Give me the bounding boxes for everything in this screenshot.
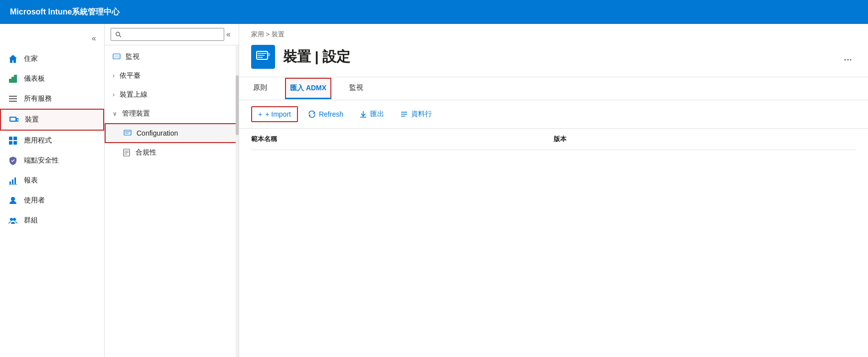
refresh-button[interactable]: Refresh: [302, 107, 349, 121]
toolbar: + + Import Refresh 匯出 資料行: [239, 100, 868, 129]
import-plus-icon: +: [258, 110, 262, 118]
topbar-title: Microsoft Intune系統管理中心: [10, 7, 120, 17]
tab-policy[interactable]: 原則: [251, 77, 269, 100]
sidebar-item-groups[interactable]: 群組: [0, 210, 104, 230]
tab-monitor[interactable]: 監視: [347, 77, 365, 100]
sidebar-item-devices[interactable]: 裝置: [0, 109, 104, 131]
table-area: 範本名稱 版本: [239, 129, 868, 357]
svg-rect-2: [14, 75, 17, 83]
sidebar-item-users[interactable]: 使用者: [0, 190, 104, 210]
sidebar-item-all-services[interactable]: 所有服務: [0, 89, 104, 109]
middle-nav-manage-label: 管理裝置: [122, 109, 150, 118]
dashboard-icon: [8, 74, 18, 84]
page-title-group: 裝置 | 設定: [251, 45, 350, 69]
search-box[interactable]: [111, 28, 224, 41]
svg-point-18: [11, 197, 15, 201]
svg-rect-24: [114, 55, 119, 58]
content-area: 家用 > 裝置 裝置 | 設定 ... 原則 匯入 ADMX 監視: [239, 24, 868, 357]
middle-nav-configuration[interactable]: Configuration: [105, 123, 239, 143]
sidebar-item-home[interactable]: 住家: [0, 49, 104, 69]
sidebar-label-endpoint: 端點安全性: [24, 156, 59, 165]
collapse-button[interactable]: «: [90, 32, 98, 45]
apps-icon: [8, 136, 18, 146]
refresh-icon: [308, 110, 316, 118]
sidebar-collapse[interactable]: «: [0, 28, 104, 49]
devices-icon: [9, 115, 19, 125]
search-icon: [115, 31, 122, 38]
svg-rect-3: [9, 96, 17, 97]
middle-nav-monitor[interactable]: 監視: [105, 47, 239, 66]
middle-panel: « 監視 › 依平臺 › 裝置上線 ∨ 管理裝置: [105, 24, 239, 357]
search-input[interactable]: [125, 30, 220, 38]
chevron-right-icon: ›: [113, 72, 115, 79]
middle-collapse-button[interactable]: «: [224, 28, 233, 41]
sidebar-label-devices: 裝置: [25, 115, 39, 124]
svg-rect-25: [124, 130, 131, 135]
sidebar-label-all-services: 所有服務: [24, 94, 52, 103]
scrollbar-thumb[interactable]: [236, 75, 239, 135]
sidebar-item-endpoint[interactable]: 端點安全性: [0, 151, 104, 171]
svg-rect-7: [10, 118, 15, 121]
svg-rect-11: [13, 137, 17, 140]
sidebar-item-apps[interactable]: 應用程式: [0, 131, 104, 151]
page-header: 裝置 | 設定 ...: [239, 41, 868, 77]
tab-monitor-label: 監視: [349, 83, 363, 91]
svg-point-19: [10, 218, 13, 221]
main-layout: « 住家 儀表板 所有服務 裝置: [0, 24, 868, 357]
col-header-version: 版本: [554, 135, 856, 144]
sidebar-label-reports: 報表: [24, 176, 38, 185]
breadcrumb: 家用 > 裝置: [239, 24, 868, 41]
columns-label: 資料行: [411, 110, 432, 119]
compliance-icon: [123, 149, 131, 157]
svg-rect-15: [12, 179, 13, 184]
sidebar-item-dashboard[interactable]: 儀表板: [0, 69, 104, 89]
page-title: 裝置 | 設定: [283, 47, 350, 66]
columns-icon: [400, 110, 408, 118]
sidebar-label-dashboard: 儀表板: [24, 74, 45, 83]
sidebar-label-home: 住家: [24, 54, 38, 63]
svg-rect-12: [9, 141, 12, 145]
import-button[interactable]: + + Import: [251, 106, 298, 122]
table-header: 範本名稱 版本: [251, 129, 856, 150]
endpoint-icon: [8, 156, 18, 166]
import-label: + Import: [265, 110, 291, 118]
configuration-icon: [124, 129, 132, 137]
svg-rect-4: [9, 98, 17, 99]
tab-import-admx-label: 匯入 ADMX: [290, 84, 326, 92]
tab-import-admx[interactable]: 匯入 ADMX: [285, 78, 331, 99]
sidebar-item-reports[interactable]: 報表: [0, 171, 104, 190]
svg-point-21: [116, 32, 120, 35]
middle-nav-platform[interactable]: › 依平臺: [105, 66, 239, 85]
columns-button[interactable]: 資料行: [394, 107, 438, 122]
users-icon: [8, 195, 18, 205]
middle-panel-header: «: [105, 24, 239, 45]
export-button[interactable]: 匯出: [353, 107, 390, 122]
topbar: Microsoft Intune系統管理中心: [0, 0, 868, 24]
svg-rect-16: [14, 178, 16, 184]
svg-rect-36: [268, 53, 270, 56]
sidebar-label-apps: 應用程式: [24, 136, 52, 145]
tabs-bar: 原則 匯入 ADMX 監視: [239, 77, 868, 100]
more-options-button[interactable]: ...: [840, 49, 856, 65]
middle-nav-onboard-label: 裝置上線: [120, 90, 147, 99]
middle-nav-compliance-label: 合規性: [136, 148, 156, 157]
svg-rect-9: [17, 119, 18, 121]
chevron-down-icon: ∨: [113, 110, 117, 117]
all-services-icon: [8, 94, 18, 104]
export-label: 匯出: [370, 110, 384, 119]
monitor-nav-icon: [113, 53, 121, 61]
refresh-label: Refresh: [319, 110, 343, 118]
export-icon: [359, 110, 367, 118]
page-title-icon: [251, 45, 275, 69]
scrollbar-track: [236, 45, 239, 357]
reports-icon: [8, 176, 18, 185]
groups-icon: [8, 215, 18, 225]
sidebar-label-users: 使用者: [24, 196, 45, 205]
svg-rect-13: [13, 141, 17, 145]
svg-point-20: [13, 218, 16, 221]
svg-rect-5: [9, 101, 17, 102]
middle-nav-manage[interactable]: ∨ 管理裝置: [105, 104, 239, 123]
middle-nav-compliance[interactable]: 合規性: [105, 143, 239, 162]
breadcrumb-text: 家用 > 裝置: [251, 30, 285, 38]
middle-nav-onboard[interactable]: › 裝置上線: [105, 85, 239, 104]
